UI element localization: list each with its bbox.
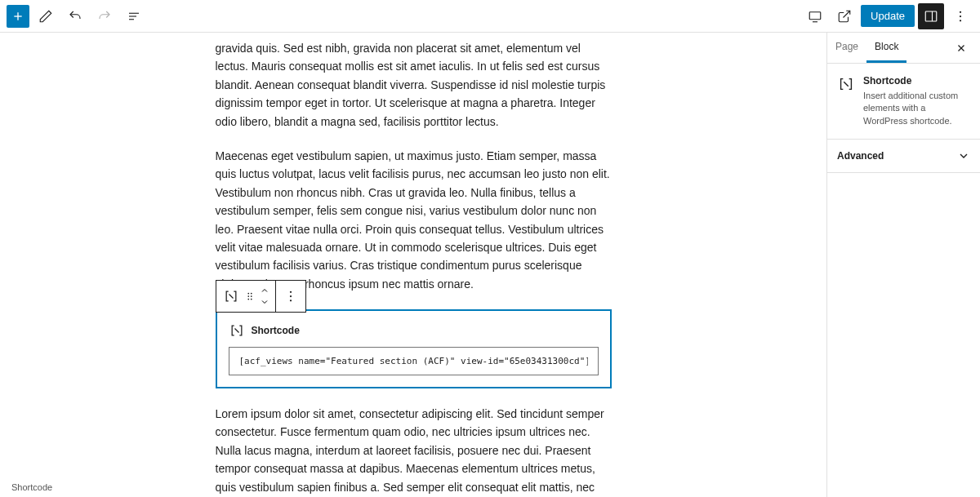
drag-handle[interactable]: [243, 282, 257, 311]
view-button[interactable]: [802, 3, 828, 29]
top-toolbar: Update: [0, 0, 980, 33]
desktop-icon: [808, 9, 822, 24]
shortcode-input[interactable]: [229, 347, 599, 375]
sidebar-icon: [924, 9, 938, 24]
drag-icon: [244, 291, 256, 302]
document-overview-button[interactable]: [121, 3, 147, 29]
pencil-icon: [38, 9, 53, 24]
block-info-description: Insert additional custom elements with a…: [863, 90, 970, 127]
tab-page[interactable]: Page: [827, 33, 866, 63]
shortcode-icon: [229, 322, 245, 339]
redo-button[interactable]: [91, 3, 118, 29]
tools-button[interactable]: [33, 3, 59, 29]
svg-point-14: [247, 293, 249, 295]
block-type-button[interactable]: [220, 282, 243, 311]
svg-point-22: [289, 300, 291, 301]
block-info-title: Shortcode: [863, 75, 970, 87]
chevron-down-icon: [260, 297, 270, 307]
svg-point-16: [247, 295, 249, 297]
undo-button[interactable]: [62, 3, 88, 29]
svg-rect-8: [925, 11, 937, 21]
move-down-button[interactable]: [257, 296, 272, 308]
redo-icon: [97, 9, 112, 24]
paragraph-block[interactable]: Maecenas eget vestibulum sapien, ut maxi…: [216, 147, 612, 293]
svg-line-7: [844, 11, 850, 17]
editor-canvas[interactable]: gravida quis. Sed est nibh, gravida non …: [0, 33, 826, 497]
close-sidebar-button[interactable]: [952, 39, 970, 57]
svg-rect-5: [809, 11, 821, 19]
undo-icon: [68, 9, 82, 24]
svg-line-13: [229, 295, 233, 299]
paragraph-block[interactable]: gravida quis. Sed est nibh, gravida non …: [216, 39, 612, 131]
move-up-button[interactable]: [257, 285, 272, 296]
svg-point-10: [960, 11, 961, 12]
shortcode-icon: [837, 75, 855, 93]
svg-line-23: [234, 329, 238, 333]
settings-sidebar: Page Block Shortcode Insert additional c…: [826, 33, 980, 497]
close-icon: [956, 42, 967, 54]
plus-icon: [11, 10, 24, 23]
svg-point-21: [289, 295, 291, 297]
block-options-button[interactable]: [279, 282, 302, 311]
shortcode-block[interactable]: Shortcode: [216, 309, 612, 388]
chevron-up-icon: [260, 286, 270, 295]
shortcode-icon: [223, 288, 239, 304]
block-info-panel: Shortcode Insert additional custom eleme…: [827, 64, 980, 140]
external-icon: [837, 9, 852, 24]
advanced-panel[interactable]: Advanced: [827, 140, 980, 173]
tab-block[interactable]: Block: [866, 33, 906, 63]
svg-point-20: [289, 291, 291, 293]
chevron-down-icon: [957, 149, 970, 162]
svg-point-12: [960, 20, 961, 21]
breadcrumb[interactable]: Shortcode: [11, 482, 52, 492]
more-vertical-icon: [283, 289, 298, 304]
svg-point-18: [247, 299, 249, 300]
block-toolbar: [216, 280, 306, 313]
add-block-button[interactable]: [7, 5, 29, 28]
options-button[interactable]: [947, 3, 973, 29]
shortcode-label: Shortcode: [252, 325, 300, 336]
update-button[interactable]: Update: [861, 5, 915, 27]
preview-button[interactable]: [831, 3, 858, 29]
svg-point-11: [960, 15, 961, 16]
svg-line-26: [844, 82, 849, 87]
svg-point-15: [250, 293, 252, 295]
advanced-panel-title: Advanced: [837, 150, 884, 162]
list-view-icon: [127, 9, 141, 24]
svg-point-19: [250, 299, 252, 300]
svg-point-17: [250, 295, 252, 297]
paragraph-block[interactable]: Lorem ipsum dolor sit amet, consectetur …: [216, 405, 612, 497]
settings-sidebar-button[interactable]: [918, 3, 944, 29]
more-vertical-icon: [953, 9, 968, 24]
